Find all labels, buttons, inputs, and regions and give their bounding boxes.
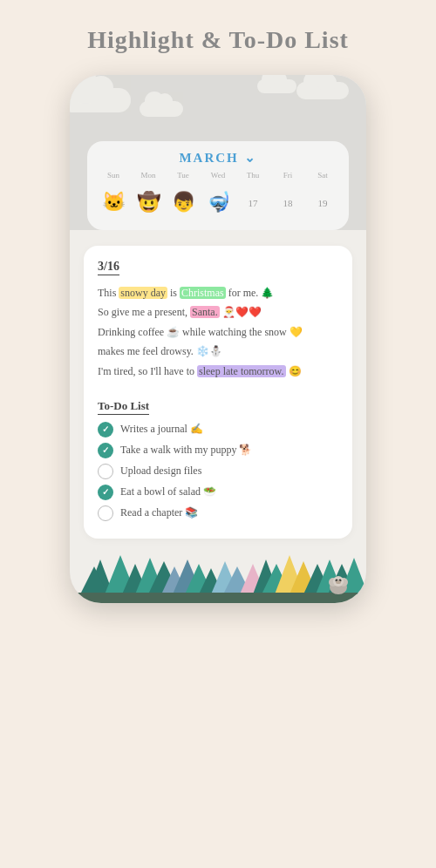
calendar-days: 🐱🤠👦🤿171819 [96,183,340,221]
cal-day-header: Fri [270,171,305,180]
entry-date: 3/16 [98,260,119,275]
checkbox-checked[interactable] [98,485,113,500]
cloud-3 [140,101,183,117]
content-area: 3/16 This snowy day is Christmas for me.… [70,239,366,539]
cal-day-cell[interactable]: 17 [235,183,270,221]
todo-item-label: Writes a journal ✍️ [120,423,203,436]
todo-item[interactable]: Read a chapter 📚 [98,505,338,521]
cal-day-cell[interactable]: 19 [305,183,340,221]
page-wrapper: Highlight & To-Do List MARCH ⌄ SunMonTue… [0,0,436,868]
cal-day-cell[interactable]: 🐱 [96,183,131,221]
month-chevron: ⌄ [239,151,257,165]
checkbox-unchecked[interactable] [98,464,113,479]
cal-number: 17 [249,198,258,208]
cal-avatar: 🤿 [207,193,230,212]
todo-item[interactable]: Take a walk with my puppy 🐕 [98,443,338,458]
todo-item[interactable]: Upload design files [98,464,338,479]
cal-day-cell[interactable]: 18 [270,183,305,221]
month-label: MARCH [179,151,238,165]
main-content: 3/16 This snowy day is Christmas for me.… [84,246,352,539]
svg-rect-21 [70,593,366,603]
cloud-1 [70,88,131,112]
cal-day-cell[interactable]: 🤿 [201,183,235,221]
highlight-sleep: sleep late tomorrow. [197,365,286,377]
checkbox-checked[interactable] [98,443,113,458]
cal-avatar: 🤠 [137,193,160,212]
todo-title: To-Do List [98,399,149,415]
highlight-christmas: Christmas [180,287,226,299]
journal-line-4: makes me feel drowsy. ❄️⛄ [98,342,338,360]
journal-line-1: This snowy day is Christmas for me. 🌲 [98,284,338,302]
todo-item-label: Take a walk with my puppy 🐕 [120,444,252,457]
checkbox-checked[interactable] [98,422,113,437]
journal-line-2: So give me a present, Santa. 🎅❤️❤️ [98,303,338,321]
cloud-2 [296,82,349,99]
forest-bottom [70,542,366,603]
checkbox-unchecked[interactable] [98,505,113,521]
journal-entry: This snowy day is Christmas for me. 🌲 So… [98,284,338,380]
phone-frame: MARCH ⌄ SunMonTueWedThuFriSat 🐱🤠👦🤿171819… [70,75,366,603]
cal-day-cell[interactable]: 👦 [166,183,201,221]
forest-svg [70,542,366,603]
cal-avatar: 👦 [172,193,195,212]
cal-day-header: Tue [166,171,201,180]
highlight-snowy: snowy day [119,287,167,299]
cal-day-header: Sun [96,171,131,180]
cal-number: 19 [318,198,328,208]
calendar-days-header: SunMonTueWedThuFriSat [96,171,340,180]
cal-day-header: Sat [305,171,340,180]
todo-section: To-Do List Writes a journal ✍️Take a wal… [98,390,338,521]
cloud-4 [257,79,296,93]
month-header: MARCH ⌄ [96,150,340,166]
cal-avatar: 🐱 [102,193,126,212]
todo-item[interactable]: Eat a bowl of salad 🥗 [98,485,338,500]
todo-item-label: Read a chapter 📚 [120,506,198,519]
cal-day-header: Mon [131,171,166,180]
svg-point-28 [336,580,341,584]
highlight-santa: Santa. [190,306,220,318]
cal-day-cell[interactable]: 🤠 [131,183,166,221]
todo-item-label: Eat a bowl of salad 🥗 [120,485,216,498]
calendar-section: MARCH ⌄ SunMonTueWedThuFriSat 🐱🤠👦🤿171819 [87,141,349,230]
todo-item-label: Upload design files [120,465,201,478]
todo-list: Writes a journal ✍️Take a walk with my p… [98,422,338,521]
cal-number: 18 [283,198,293,208]
cal-day-header: Thu [235,171,270,180]
cal-day-header: Wed [201,171,235,180]
journal-line-5: I'm tired, so I'll have to sleep late to… [98,363,338,380]
phone-top-bg: MARCH ⌄ SunMonTueWedThuFriSat 🐱🤠👦🤿171819 [70,75,366,230]
journal-line-3: Drinking coffee ☕ while watching the sno… [98,323,338,341]
page-title: Highlight & To-Do List [87,26,349,54]
todo-item[interactable]: Writes a journal ✍️ [98,422,338,437]
